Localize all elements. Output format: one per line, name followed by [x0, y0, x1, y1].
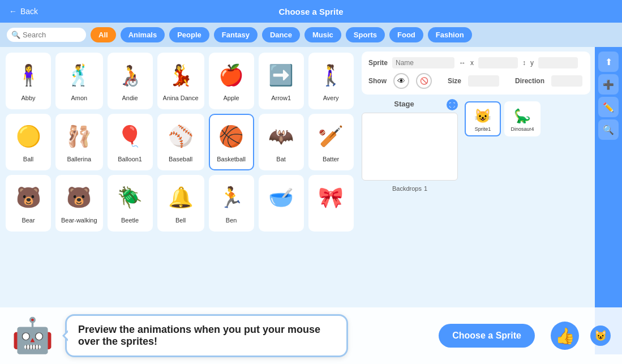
sprite-label: Sprite	[368, 59, 388, 67]
hide-eye-button[interactable]: 🚫	[416, 73, 432, 89]
show-eye-button[interactable]: 👁	[393, 73, 409, 89]
category-sports-button[interactable]: Sports	[346, 27, 385, 42]
apple-sprite-label: Apple	[224, 95, 239, 101]
sprite-card-arrow1[interactable]: ➡️Arrow1	[259, 53, 304, 109]
anina-sprite-icon: 💃	[164, 58, 198, 92]
bear-sprite-label: Bear	[22, 217, 35, 224]
apple-sprite-icon: 🍎	[215, 58, 248, 92]
add-sprite-fab[interactable]: 😺	[590, 326, 611, 346]
category-all-button[interactable]: All	[91, 27, 116, 42]
direction-input[interactable]	[551, 75, 582, 87]
andie-sprite-label: Andie	[122, 95, 138, 101]
andie-sprite-icon: 🧑‍🦽	[113, 58, 147, 92]
x-input[interactable]	[478, 57, 518, 68]
ballerina-sprite-icon: 🩰	[62, 119, 96, 153]
baseball-sprite-label: Baseball	[169, 156, 192, 162]
sprite-card-bell[interactable]: 🔔Bell	[157, 175, 204, 232]
sprite-card-bat[interactable]: 🦇Bat	[259, 114, 304, 170]
sprite-card-anina[interactable]: 💃Anina Dance	[157, 53, 204, 109]
stage-label: Stage	[394, 100, 414, 108]
sprite-card-bearwalking[interactable]: 🐻Bear-walking	[55, 175, 103, 232]
sprite-card-hidden2[interactable]: 🎀	[308, 175, 354, 232]
avery-sprite-label: Avery	[323, 95, 339, 101]
search-input[interactable]	[23, 31, 80, 39]
sprite-card-apple[interactable]: 🍎Apple	[209, 53, 254, 109]
ball-sprite-label: Ball	[23, 156, 33, 162]
sprite-card-andie[interactable]: 🧑‍🦽Andie	[108, 53, 153, 109]
sprite-card-batter[interactable]: 🏏Batter	[308, 114, 354, 170]
amon-sprite-icon: 🕺	[62, 58, 96, 92]
bear-sprite-icon: 🐻	[11, 181, 45, 215]
batter-sprite-icon: 🏏	[314, 119, 348, 153]
choose-sprite-button[interactable]: Choose a Sprite	[439, 324, 535, 348]
sprite1-icon: 😺	[473, 106, 493, 126]
category-music-button[interactable]: Music	[304, 27, 341, 42]
y-input[interactable]	[538, 57, 578, 68]
category-fantasy-button[interactable]: Fantasy	[214, 27, 258, 42]
sprite-card-avery[interactable]: 🚶‍♀️Avery	[308, 53, 354, 109]
backdrops-label: Backdrops	[392, 185, 422, 192]
balloon1-sprite-icon: 🎈	[113, 119, 147, 153]
sprite-card-baseball[interactable]: ⚾Baseball	[157, 114, 204, 170]
speech-bubble: Preview the animations when you put your…	[65, 314, 348, 357]
sprite-card-amon[interactable]: 🕺Amon	[55, 53, 103, 109]
backdrops-count: 1	[424, 185, 427, 192]
baseball-sprite-icon: ⚾	[164, 119, 198, 153]
sprite-card-abby[interactable]: 🧍‍♀️Abby	[6, 53, 51, 109]
bottom-bar: 🤖 Preview the animations when you put yo…	[0, 307, 622, 364]
stage-canvas	[362, 113, 458, 181]
balloon1-sprite-label: Balloon1	[118, 156, 142, 162]
mascot-icon: 🤖	[11, 319, 54, 353]
toolbar-paint-button[interactable]: ✏️	[598, 97, 619, 117]
basketball-sprite-icon: 🏀	[215, 119, 248, 153]
size-label: Size	[448, 77, 461, 85]
category-dance-button[interactable]: Dance	[262, 27, 300, 42]
sprite-card-beetle[interactable]: 🪲Beetle	[108, 175, 153, 232]
bearwalking-sprite-label: Bear-walking	[61, 217, 97, 224]
sprite-properties: Sprite ↔ x ↕ y Show 👁 🚫 Size Direction	[362, 52, 590, 95]
back-button[interactable]: ← Back	[9, 7, 38, 16]
direction-label: Direction	[515, 77, 544, 85]
ben-sprite-label: Ben	[226, 217, 237, 224]
y-label: y	[530, 59, 534, 67]
sprite-card-hidden1[interactable]: 🥣	[259, 175, 304, 232]
sprite-card-balloon1[interactable]: 🎈Balloon1	[108, 114, 153, 170]
amon-sprite-label: Amon	[71, 95, 87, 101]
bell-sprite-label: Bell	[175, 217, 186, 224]
ben-sprite-icon: 🏃	[215, 181, 248, 215]
sprite-card-basketball[interactable]: 🏀Basketball	[209, 114, 254, 170]
toolbar-add-button[interactable]: ➕	[598, 74, 619, 95]
speech-bubble-text: Preview the animations when you put your…	[78, 324, 320, 347]
beetle-sprite-label: Beetle	[121, 217, 139, 224]
sprite1-label: Sprite1	[475, 126, 491, 132]
header: ← Back Choose a Sprite	[0, 0, 622, 23]
search-box: 🔍	[7, 28, 86, 42]
sprite-card-ball[interactable]: 🟡Ball	[6, 114, 51, 170]
hidden1-sprite-icon: 🥣	[264, 181, 298, 215]
category-fashion-button[interactable]: Fashion	[428, 27, 472, 42]
x-label: x	[470, 59, 474, 67]
avery-sprite-icon: 🚶‍♀️	[314, 58, 348, 92]
size-input[interactable]	[468, 75, 499, 87]
category-people-button[interactable]: People	[169, 27, 209, 42]
sprite-card-ballerina[interactable]: 🩰Ballerina	[55, 114, 103, 170]
abby-sprite-icon: 🧍‍♀️	[11, 58, 45, 92]
hidden2-sprite-icon: 🎀	[314, 181, 348, 215]
sprite-grid: 🧍‍♀️Abby🕺Amon🧑‍🦽Andie💃Anina Dance🍎Apple➡…	[6, 53, 351, 232]
category-animals-button[interactable]: Animals	[121, 27, 165, 42]
toolbar-search-button[interactable]: 🔍	[598, 119, 619, 140]
sprite-thumb-sprite1[interactable]: 😺 Sprite1	[465, 101, 501, 136]
arrow-up-icon: ↕	[522, 59, 526, 67]
sprite-thumb-dinosaur4[interactable]: 🦕 Dinosaur4	[504, 101, 541, 136]
search-icon: 🔍	[11, 31, 20, 39]
beetle-sprite-icon: 🪲	[113, 181, 147, 215]
batter-sprite-label: Batter	[323, 156, 339, 162]
expand-stage-button[interactable]: ⛶	[447, 99, 458, 110]
sprite-card-ben[interactable]: 🏃Ben	[209, 175, 254, 232]
category-food-button[interactable]: Food	[389, 27, 423, 42]
sprite-card-bear[interactable]: 🐻Bear	[6, 175, 51, 232]
bell-sprite-icon: 🔔	[164, 181, 198, 215]
show-label: Show	[368, 77, 387, 85]
toolbar-upload-button[interactable]: ⬆	[598, 52, 619, 72]
sprite-name-input[interactable]	[392, 57, 454, 68]
